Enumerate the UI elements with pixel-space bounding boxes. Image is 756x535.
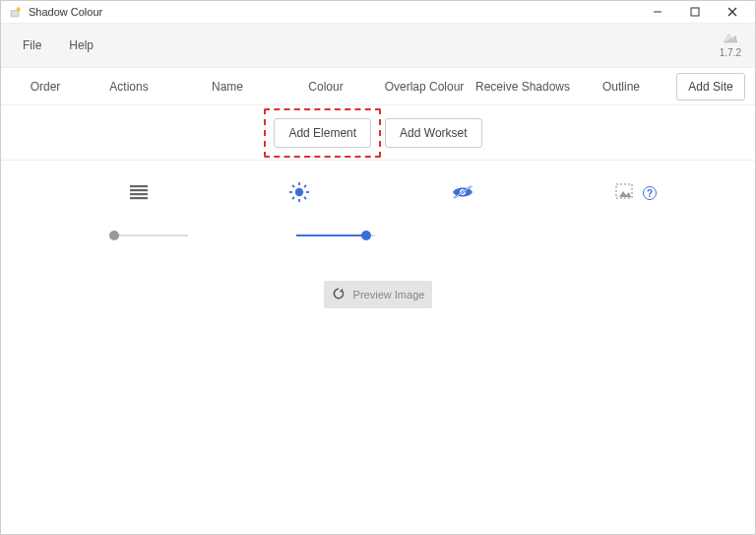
app-icon	[9, 5, 23, 19]
menubar: File Help 1.7.2	[1, 23, 755, 68]
add-workset-button[interactable]: Add Workset	[385, 118, 481, 148]
add-site-button[interactable]: Add Site	[676, 73, 745, 100]
svg-rect-1	[12, 11, 19, 16]
version-label: 1.7.2	[720, 47, 741, 58]
icon-row: ?	[11, 178, 745, 208]
brightness-icon	[289, 182, 309, 205]
menu-help[interactable]: Help	[55, 33, 107, 58]
logo-icon	[721, 28, 740, 47]
slider-row	[11, 224, 745, 247]
column-headers: Order Actions Name Colour Overlap Colour…	[1, 68, 755, 105]
header-receive: Receive Shadows	[473, 80, 572, 94]
svg-point-2	[16, 7, 20, 11]
svg-line-16	[292, 185, 294, 187]
svg-line-19	[292, 197, 294, 199]
svg-rect-10	[130, 197, 148, 199]
header-outline: Outline	[572, 80, 670, 94]
maximize-button[interactable]	[676, 1, 714, 23]
svg-rect-8	[130, 189, 148, 191]
svg-line-18	[304, 185, 306, 187]
lines-icon	[129, 184, 149, 203]
controls-area: ? Preview Image	[1, 161, 755, 318]
lines-slider[interactable]	[109, 229, 188, 242]
svg-rect-7	[130, 185, 148, 187]
close-button[interactable]	[714, 1, 751, 23]
svg-rect-9	[130, 193, 148, 195]
svg-rect-4	[691, 8, 699, 16]
preview-label: Preview Image	[353, 289, 425, 301]
menu-file[interactable]: File	[9, 33, 55, 58]
brightness-slider[interactable]	[296, 229, 375, 242]
svg-line-17	[304, 197, 306, 199]
header-colour: Colour	[277, 80, 375, 94]
empty-row: Add Element Add Workset	[1, 105, 755, 161]
titlebar: Shadow Colour	[1, 1, 755, 23]
header-order: Order	[11, 80, 80, 94]
logo-area: 1.7.2	[720, 28, 741, 58]
crop-icon[interactable]	[615, 183, 635, 204]
eye-off-icon[interactable]	[451, 184, 474, 203]
svg-point-11	[295, 187, 303, 195]
window-title: Shadow Colour	[29, 6, 102, 18]
header-actions: Actions	[80, 80, 178, 94]
minimize-button[interactable]	[639, 1, 676, 23]
help-icon[interactable]: ?	[643, 186, 657, 200]
add-element-button[interactable]: Add Element	[274, 118, 371, 148]
header-overlap: Overlap Colour	[375, 80, 473, 94]
app-window: Shadow Colour File Help 1.7.2 Order Ac	[0, 0, 756, 535]
header-name: Name	[178, 80, 277, 94]
refresh-icon	[332, 287, 346, 302]
preview-image-button[interactable]: Preview Image	[324, 281, 432, 308]
